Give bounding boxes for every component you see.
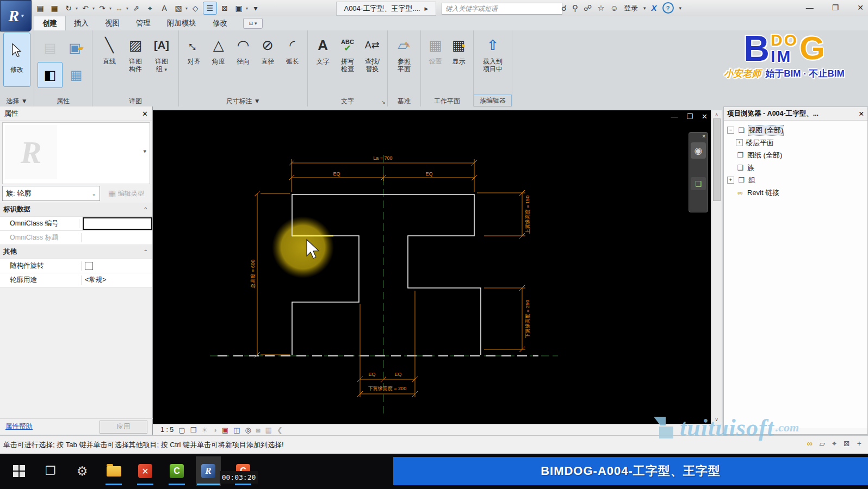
view-scale[interactable]: 1 : 5 (160, 426, 173, 434)
type-preview[interactable]: R ▾ (2, 122, 150, 184)
select-underlay-icon[interactable]: ▱ (819, 439, 825, 448)
settings-taskbar-button[interactable]: ⚙ (70, 456, 95, 486)
dimension-left-height[interactable] (255, 191, 290, 358)
properties-help-link[interactable]: 属性帮助 (5, 422, 33, 431)
profile-usage-value[interactable]: <常规> (82, 275, 152, 285)
line-button[interactable]: ╲ 直线 (97, 33, 122, 65)
profile-outline[interactable] (292, 195, 481, 355)
tree-item-sheets[interactable]: ❐ 图纸 (全部) (727, 149, 867, 161)
dimension-top-eq[interactable] (289, 174, 477, 181)
omniclass-number-input[interactable] (83, 217, 152, 230)
panel-label-detail[interactable]: 详图 (92, 96, 178, 106)
panel-label-dimension[interactable]: 尺寸标注 ▼ (179, 96, 307, 106)
tab-modify[interactable]: 修改 (204, 16, 235, 30)
panel-label-select[interactable]: 选择 ▼ (0, 96, 34, 106)
diameter-dimension-button[interactable]: ⊘ 直径 (256, 33, 280, 65)
aligned-dimension-button[interactable]: ↔ 对齐 (182, 33, 206, 65)
close-icon[interactable]: ✕ (859, 110, 864, 118)
show-workplane-button[interactable]: ▦● 显示 (448, 33, 470, 65)
chevron-down-icon[interactable]: ▾ (643, 5, 646, 11)
chevron-down-icon[interactable]: ▾ (246, 6, 248, 11)
scroll-down-icon[interactable]: ∨ (715, 417, 718, 422)
dim-label-eq-left[interactable]: EQ (333, 171, 340, 177)
aligned-dimension-icon[interactable]: ⇗ (129, 2, 142, 14)
dim-label-eq-right[interactable]: EQ (425, 171, 432, 177)
tab-view[interactable]: 视图 (97, 16, 128, 30)
section-icon[interactable]: ◇ (189, 2, 202, 14)
default-3d-view-icon[interactable]: ▧ (172, 2, 185, 14)
detail-component-button[interactable]: ▨ 详图 构件 (123, 33, 148, 73)
detail-level-icon[interactable]: ▢ (178, 426, 185, 434)
spell-check-button[interactable]: ABC ✔ 拼写 检查 (336, 33, 359, 73)
tag-icon[interactable]: ⌖ (144, 2, 157, 14)
view-close-button[interactable]: ✕ (702, 112, 708, 121)
drag-elements-icon[interactable]: + (857, 439, 861, 448)
worksharing-display-icon[interactable]: ▦ (265, 426, 272, 434)
revit-taskbar-button[interactable]: R (196, 456, 221, 486)
tab-addins[interactable]: 附加模块 (159, 16, 204, 30)
dimension-bottom[interactable] (357, 291, 418, 397)
minimize-button[interactable]: — (806, 3, 814, 12)
expand-box-icon[interactable]: + (727, 177, 734, 184)
tab-create[interactable]: 创建 (34, 16, 66, 30)
tree-item-groups[interactable]: + ❒ 组 (727, 174, 867, 186)
task-view-button[interactable]: ❐ (38, 456, 63, 486)
red-x-app-button[interactable]: ✕ (133, 456, 158, 486)
rotate-checkbox[interactable] (85, 262, 93, 270)
family-types-icon[interactable]: ▣▰ (64, 35, 89, 61)
restore-button[interactable]: ❐ (832, 3, 839, 12)
exclude-options-icon[interactable]: ⊠ (844, 439, 850, 448)
collapse-icon[interactable]: ⌃ (144, 249, 148, 255)
find-replace-button[interactable]: A⇄ 查找/ 替换 (361, 33, 384, 73)
select-pinned-icon[interactable]: ⌖ (832, 439, 836, 448)
close-icon[interactable]: ✕ (142, 110, 148, 118)
view-minimize-button[interactable]: — (671, 112, 678, 121)
redo-icon[interactable]: ↷ (96, 2, 109, 14)
open-icon[interactable]: ▤ (34, 2, 47, 14)
angular-dimension-button[interactable]: △ 角度 (207, 33, 230, 65)
ribbon-collapse-button[interactable]: ⊡ ▾ (243, 18, 263, 29)
text-icon[interactable]: A (158, 2, 171, 14)
select-links-icon[interactable]: ∞ (807, 439, 812, 448)
family-category-icon[interactable]: ◧ (38, 62, 63, 88)
family-parameters-icon[interactable]: ▦ (64, 62, 89, 88)
search-input[interactable]: 键入关键字或短语 (442, 3, 562, 15)
chevron-down-icon[interactable]: ▾ (679, 5, 682, 11)
canvas-vertical-scrollbar[interactable]: ∧ ∨ (711, 110, 722, 424)
dimension-top-overall[interactable] (289, 159, 477, 192)
visual-style-icon[interactable]: ❒ (190, 426, 197, 434)
dialog-launcher-icon[interactable]: ↘ (381, 99, 386, 105)
temporary-hide-isolate-icon[interactable]: ◎ (245, 426, 251, 434)
collapse-box-icon[interactable]: − (727, 127, 734, 134)
tab-manage[interactable]: 管理 (128, 16, 159, 30)
dim-label-bottom-eq-left[interactable]: EQ (368, 372, 375, 377)
panel-label-workplane[interactable]: 工作平面 (421, 96, 473, 106)
profile-sketch[interactable]: La = 700 EQ EQ 总高度 = 600 上翼缘高度 = (153, 110, 711, 424)
reference-plane-button[interactable]: ▱✎ 参照 平面 (392, 33, 417, 73)
expand-box-icon[interactable]: + (736, 139, 743, 146)
tree-item-floorplans[interactable]: + 楼层平面 (727, 136, 867, 149)
radial-dimension-button[interactable]: ◠ 径向 (231, 33, 255, 65)
close-hidden-windows-icon[interactable]: ⊠ (218, 2, 231, 14)
person-icon[interactable]: ☺ (610, 3, 618, 12)
exchange-apps-icon[interactable]: X (652, 3, 657, 12)
chevron-down-icon[interactable]: ▾ (126, 6, 128, 11)
crop-view-icon[interactable]: ▣ (222, 426, 228, 434)
camtasia-app-button[interactable]: C (164, 456, 189, 486)
dim-label-bottom-width[interactable]: 下翼缘宽度 = 200 (368, 386, 406, 391)
tree-item-families[interactable]: ❑ 族 (727, 161, 867, 174)
communication-center-icon[interactable]: ☍ (584, 3, 592, 13)
collapse-icon[interactable]: ⌃ (144, 206, 148, 212)
family-type-selector[interactable]: 族: 轮廓 ⌄ (2, 186, 100, 201)
undo-icon[interactable]: ↶ (79, 2, 92, 14)
key-icon[interactable]: ⚲ (572, 3, 578, 13)
save-icon[interactable]: ▦ (48, 2, 61, 14)
dimension-right-top-flange[interactable] (477, 190, 525, 239)
load-into-project-button[interactable]: ⇧ 载入到 项目中 (477, 33, 509, 73)
measure-icon[interactable]: ↔ (113, 2, 126, 14)
panel-label-datum[interactable]: 基准 (388, 96, 420, 106)
tab-insert[interactable]: 插入 (66, 16, 97, 30)
detail-group-button[interactable]: [A] 详图 组 ▾ (149, 33, 174, 73)
chevron-down-icon[interactable]: ▾ (76, 6, 78, 11)
text-button[interactable]: A 文字 (311, 33, 334, 65)
